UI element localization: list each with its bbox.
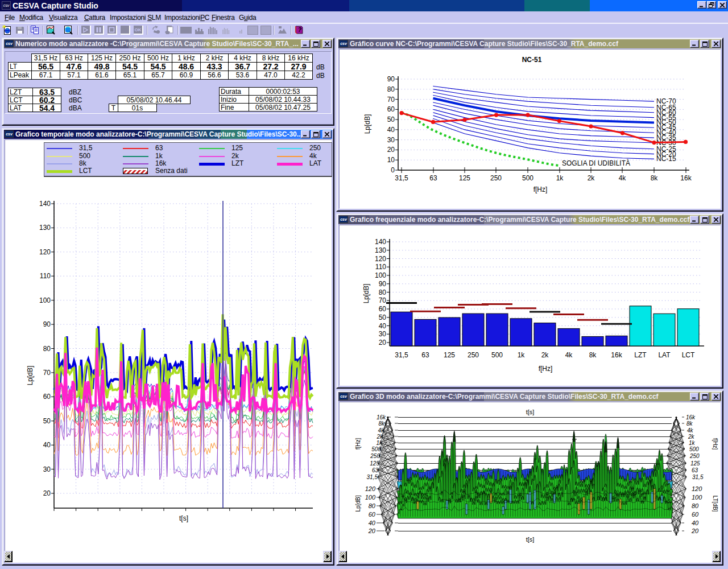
svg-text:31,5: 31,5	[692, 474, 704, 480]
svg-text:125: 125	[690, 460, 700, 467]
svg-text:16k: 16k	[611, 351, 622, 359]
svg-text:16k: 16k	[686, 414, 696, 420]
svg-text:SOGLIA DI UDIBILITÀ: SOGLIA DI UDIBILITÀ	[562, 159, 630, 167]
svg-text:f[Hz]: f[Hz]	[539, 365, 553, 373]
svg-text:?: ?	[298, 27, 301, 33]
svg-text:70: 70	[387, 96, 395, 104]
svg-text:50: 50	[379, 314, 387, 321]
svg-text:120: 120	[375, 255, 386, 263]
svg-text:63: 63	[429, 174, 437, 182]
svg-text:Lp[dB]: Lp[dB]	[362, 284, 370, 304]
svg-text:50: 50	[43, 417, 51, 425]
svg-text:110: 110	[375, 263, 386, 271]
svg-text:LCT: LCT	[682, 351, 695, 359]
svg-text:f[Hz]: f[Hz]	[533, 185, 548, 193]
svg-text:70: 70	[43, 369, 51, 377]
svg-text:4k: 4k	[687, 427, 694, 434]
svg-text:90: 90	[43, 320, 51, 328]
svg-text:40: 40	[369, 519, 376, 526]
svg-text:40: 40	[379, 322, 387, 330]
svg-text:t[s]: t[s]	[179, 514, 188, 522]
svg-text:250: 250	[468, 351, 479, 359]
svg-text:20: 20	[43, 489, 51, 497]
svg-text:120: 120	[39, 248, 51, 256]
svg-text:Lp[dB]: Lp[dB]	[26, 366, 34, 386]
svg-text:63: 63	[421, 351, 429, 359]
svg-text:40: 40	[387, 126, 395, 134]
svg-text:90: 90	[379, 280, 387, 288]
svg-text:500: 500	[371, 446, 381, 452]
svg-text:Lp[dB]: Lp[dB]	[355, 495, 361, 512]
svg-text:0: 0	[391, 166, 395, 174]
svg-text:80: 80	[387, 85, 395, 93]
svg-text:4k: 4k	[565, 351, 573, 359]
svg-text:Lp[dB]: Lp[dB]	[363, 114, 371, 134]
svg-text:250: 250	[370, 453, 380, 459]
svg-text:60: 60	[369, 511, 376, 518]
svg-text:63: 63	[372, 467, 379, 473]
svg-text:50: 50	[387, 116, 395, 123]
svg-text:130: 130	[375, 246, 386, 254]
svg-text:20: 20	[387, 146, 395, 154]
svg-text:80: 80	[369, 502, 376, 509]
svg-text:125: 125	[444, 351, 455, 359]
svg-text:1k: 1k	[376, 440, 383, 446]
svg-text:16k: 16k	[680, 174, 692, 182]
svg-text:63: 63	[692, 467, 698, 473]
svg-text:8k: 8k	[378, 420, 385, 427]
svg-text:125: 125	[370, 460, 379, 467]
svg-text:LZT: LZT	[634, 351, 647, 359]
svg-text:20: 20	[379, 339, 387, 347]
svg-text:20: 20	[368, 527, 376, 534]
svg-text:80: 80	[692, 502, 699, 509]
svg-text:8k: 8k	[686, 420, 693, 427]
svg-text:80: 80	[43, 345, 51, 353]
svg-text:100: 100	[39, 296, 51, 304]
svg-text:130: 130	[39, 224, 51, 232]
svg-text:NC-51: NC-51	[522, 56, 542, 64]
svg-text:31,5: 31,5	[395, 351, 408, 359]
svg-text:LAT: LAT	[658, 351, 671, 359]
svg-text:110: 110	[40, 272, 51, 280]
svg-text:16k: 16k	[377, 414, 386, 420]
svg-text:120: 120	[365, 485, 376, 492]
svg-text:500: 500	[522, 174, 533, 182]
svg-text:90: 90	[387, 75, 395, 83]
svg-text:100: 100	[375, 271, 386, 279]
svg-text:70: 70	[379, 296, 387, 304]
svg-text:60: 60	[43, 393, 51, 401]
svg-text:2k: 2k	[376, 434, 383, 440]
svg-text:500: 500	[491, 351, 503, 359]
svg-text:4k: 4k	[378, 427, 384, 434]
svg-text:60: 60	[379, 305, 387, 313]
svg-text:2k: 2k	[688, 434, 695, 440]
svg-text:31,5: 31,5	[367, 474, 378, 480]
svg-text:250: 250	[490, 174, 502, 182]
svg-text:60: 60	[692, 511, 699, 518]
svg-text:8k: 8k	[589, 351, 597, 359]
svg-text:2k: 2k	[588, 174, 595, 182]
svg-text:1k: 1k	[518, 351, 526, 359]
svg-text:1k: 1k	[556, 174, 564, 182]
svg-text:NC-70: NC-70	[656, 97, 676, 105]
svg-text:40: 40	[43, 441, 51, 449]
svg-text:4k: 4k	[619, 174, 627, 182]
svg-text:8k: 8k	[651, 174, 659, 182]
svg-text:f[Hz]: f[Hz]	[712, 438, 718, 450]
svg-text:30: 30	[43, 465, 51, 473]
svg-text:250: 250	[689, 453, 700, 459]
svg-text:20: 20	[691, 527, 699, 534]
svg-text:60: 60	[387, 105, 395, 113]
svg-text:f[Hz]: f[Hz]	[355, 438, 361, 450]
svg-text:125: 125	[459, 174, 470, 182]
svg-text:10: 10	[387, 156, 395, 164]
svg-text:t[s]: t[s]	[526, 409, 535, 415]
svg-text:40: 40	[692, 519, 699, 526]
svg-text:30: 30	[379, 330, 387, 338]
svg-text:80: 80	[379, 288, 387, 296]
svg-text:100: 100	[692, 494, 702, 501]
svg-text:120: 120	[692, 485, 702, 492]
svg-text:30: 30	[387, 136, 395, 144]
svg-text:100: 100	[365, 494, 376, 501]
svg-text:1k: 1k	[689, 440, 696, 446]
